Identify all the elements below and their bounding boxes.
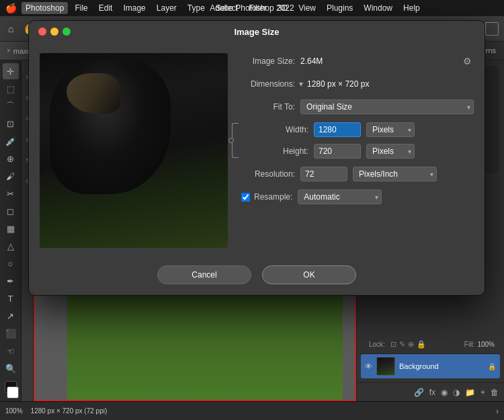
- height-input[interactable]: [314, 144, 361, 159]
- settings-icon[interactable]: ⚙: [460, 54, 474, 68]
- dialog-close-button[interactable]: [38, 28, 46, 36]
- dialog-minimize-button[interactable]: [50, 28, 58, 36]
- resample-select[interactable]: Automatic Preserve Details Bicubic Smoot…: [298, 190, 382, 204]
- resolution-row: Resolution: Pixels/Inch Pixels/Centimete…: [241, 166, 474, 182]
- dimensions-row: Dimensions: ▾ 1280 px × 720 px: [241, 76, 474, 92]
- dialog-body: Image Size: 2.64M ⚙ Dimensions: ▾ 1280 p…: [29, 42, 485, 259]
- image-size-value: 2.64M: [300, 56, 460, 66]
- ok-button[interactable]: OK: [262, 265, 356, 284]
- resolution-unit-select[interactable]: Pixels/Inch Pixels/Centimeter: [353, 167, 437, 181]
- dialog-form: Image Size: 2.64M ⚙ Dimensions: ▾ 1280 p…: [241, 53, 474, 248]
- resample-checkbox-label[interactable]: Resample:: [241, 192, 292, 202]
- image-size-dialog: Image Size Image Size: 2.64M ⚙: [28, 20, 485, 296]
- dialog-maximize-button[interactable]: [62, 28, 71, 36]
- size-group: Width: Pixels Percent Inches Height:: [241, 122, 474, 159]
- dimensions-label: Dimensions:: [241, 79, 295, 89]
- width-unit-wrapper: Pixels Percent Inches: [366, 122, 415, 137]
- traffic-lights: [38, 28, 71, 36]
- resolution-label: Resolution:: [241, 169, 295, 179]
- resolution-input[interactable]: [300, 167, 347, 181]
- dimensions-chevron-button[interactable]: ▾: [299, 79, 303, 89]
- width-label: Width:: [255, 125, 308, 134]
- image-size-label: Image Size:: [241, 56, 295, 66]
- resample-select-wrapper: Automatic Preserve Details Bicubic Smoot…: [298, 190, 382, 204]
- resample-label: Resample:: [254, 192, 292, 202]
- dialog-title: Image Size: [234, 27, 279, 37]
- dialog-titlebar: Image Size: [29, 21, 485, 42]
- fit-to-label: Fit To:: [241, 102, 295, 112]
- resample-row: Resample: Automatic Preserve Details Bic…: [241, 189, 474, 205]
- dialog-footer: Cancel OK: [29, 259, 485, 295]
- dimensions-value: 1280 px × 720 px: [307, 79, 474, 89]
- dialog-image-preview: [40, 53, 228, 248]
- resample-checkbox[interactable]: [241, 193, 250, 202]
- dialog-overlay: Image Size Image Size: 2.64M ⚙: [0, 0, 504, 420]
- cancel-button[interactable]: Cancel: [157, 265, 251, 284]
- height-unit-wrapper: Pixels Percent Inches: [366, 144, 415, 159]
- fit-to-select[interactable]: Original Size Custom: [300, 99, 474, 114]
- width-unit-select[interactable]: Pixels Percent Inches: [366, 122, 415, 137]
- link-icon[interactable]: [228, 138, 234, 143]
- height-row: Height: Pixels Percent Inches: [255, 143, 474, 159]
- fit-to-row: Fit To: Original Size Custom: [241, 99, 474, 115]
- width-input[interactable]: [314, 122, 361, 137]
- height-label: Height:: [255, 146, 308, 156]
- fit-to-select-wrapper: Original Size Custom: [300, 99, 474, 114]
- image-size-row: Image Size: 2.64M ⚙: [241, 53, 474, 69]
- resolution-unit-wrapper: Pixels/Inch Pixels/Centimeter: [353, 167, 437, 181]
- width-row: Width: Pixels Percent Inches: [255, 122, 474, 138]
- height-unit-select[interactable]: Pixels Percent Inches: [366, 144, 415, 159]
